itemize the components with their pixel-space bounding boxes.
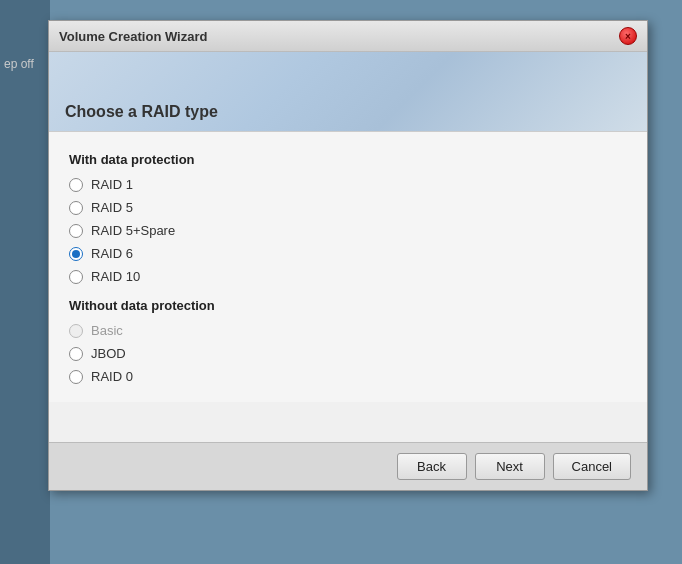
background-panel: ep off xyxy=(0,0,50,564)
dialog-title: Volume Creation Wizard xyxy=(59,29,207,44)
close-button[interactable]: × xyxy=(619,27,637,45)
label-raid6: RAID 6 xyxy=(91,246,133,261)
banner-heading: Choose a RAID type xyxy=(65,103,218,121)
next-button[interactable]: Next xyxy=(475,453,545,480)
option-raid6[interactable]: RAID 6 xyxy=(69,246,627,261)
without-protection-label: Without data protection xyxy=(69,298,627,313)
label-raid0: RAID 0 xyxy=(91,369,133,384)
radio-raid10[interactable] xyxy=(69,270,83,284)
option-basic[interactable]: Basic xyxy=(69,323,627,338)
option-raid0[interactable]: RAID 0 xyxy=(69,369,627,384)
option-raid5[interactable]: RAID 5 xyxy=(69,200,627,215)
back-button[interactable]: Back xyxy=(397,453,467,480)
side-label: ep off xyxy=(0,55,38,73)
label-raid5spare: RAID 5+Spare xyxy=(91,223,175,238)
dialog-titlebar: Volume Creation Wizard × xyxy=(49,21,647,52)
radio-raid5spare[interactable] xyxy=(69,224,83,238)
dialog-footer: Back Next Cancel xyxy=(49,442,647,490)
option-raid1[interactable]: RAID 1 xyxy=(69,177,627,192)
option-jbod[interactable]: JBOD xyxy=(69,346,627,361)
radio-jbod[interactable] xyxy=(69,347,83,361)
with-protection-group: RAID 1 RAID 5 RAID 5+Spare RAID 6 RAID 1… xyxy=(69,177,627,284)
with-protection-label: With data protection xyxy=(69,152,627,167)
label-raid1: RAID 1 xyxy=(91,177,133,192)
radio-raid6[interactable] xyxy=(69,247,83,261)
volume-creation-dialog: Volume Creation Wizard × Choose a RAID t… xyxy=(48,20,648,491)
cancel-button[interactable]: Cancel xyxy=(553,453,631,480)
radio-raid1[interactable] xyxy=(69,178,83,192)
radio-basic[interactable] xyxy=(69,324,83,338)
dialog-banner: Choose a RAID type xyxy=(49,52,647,132)
label-raid5: RAID 5 xyxy=(91,200,133,215)
without-protection-group: Basic JBOD RAID 0 xyxy=(69,323,627,384)
label-raid10: RAID 10 xyxy=(91,269,140,284)
radio-raid0[interactable] xyxy=(69,370,83,384)
option-raid10[interactable]: RAID 10 xyxy=(69,269,627,284)
label-jbod: JBOD xyxy=(91,346,126,361)
radio-raid5[interactable] xyxy=(69,201,83,215)
option-raid5spare[interactable]: RAID 5+Spare xyxy=(69,223,627,238)
dialog-body: With data protection RAID 1 RAID 5 RAID … xyxy=(49,132,647,402)
label-basic: Basic xyxy=(91,323,123,338)
